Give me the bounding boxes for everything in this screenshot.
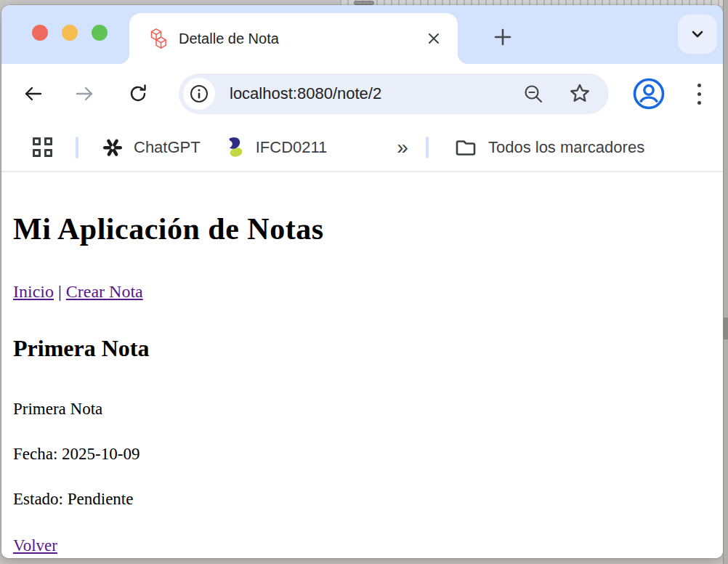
- folder-icon: [453, 136, 477, 159]
- reload-button[interactable]: [122, 78, 154, 110]
- zoom-out-icon: [522, 83, 544, 105]
- close-window-button[interactable]: [32, 25, 48, 41]
- kebab-icon: [697, 84, 701, 105]
- tab-search-button[interactable]: [678, 15, 717, 54]
- profile-button[interactable]: [632, 77, 666, 110]
- bookmarks-overflow-button[interactable]: »: [397, 136, 407, 159]
- tab-close-icon[interactable]: [423, 28, 445, 49]
- back-arrow-icon: [23, 83, 44, 105]
- forward-button[interactable]: [68, 78, 100, 110]
- reload-icon: [127, 83, 149, 105]
- page-nav: Inicio | Crear Nota: [13, 282, 711, 302]
- page-content: Mi Aplicación de Notas Inicio | Crear No…: [1, 172, 723, 558]
- apps-grid-icon: [33, 137, 52, 157]
- tab-title: Detalle de Nota: [179, 31, 423, 47]
- note-heading: Primera Nota: [13, 335, 711, 362]
- url-text[interactable]: localhost:8080/note/2: [230, 84, 520, 103]
- menu-button[interactable]: [684, 77, 713, 110]
- window-controls: [32, 25, 108, 41]
- note-body: Primera Nota: [13, 400, 711, 419]
- apps-shortcut-button[interactable]: [28, 133, 57, 162]
- link-inicio[interactable]: Inicio: [13, 282, 54, 301]
- tab-strip: Detalle de Nota: [1, 5, 723, 64]
- background-right-scrollbar-thumb: [723, 318, 728, 339]
- forward-arrow-icon: [73, 83, 95, 105]
- toolbar: localhost:8080/note/2: [1, 64, 723, 124]
- star-icon: [568, 82, 591, 105]
- background-right-edge: [723, 0, 728, 564]
- bookmarks-bar: ChatGPT IFCD0211 » To: [1, 124, 723, 172]
- ifcd0211-icon: [224, 137, 246, 158]
- note-estado: Estado: Pendiente: [13, 490, 711, 509]
- bookmark-chatgpt[interactable]: ChatGPT: [102, 137, 201, 158]
- site-info-chip[interactable]: [183, 78, 215, 110]
- link-crear-nota[interactable]: Crear Nota: [66, 282, 143, 301]
- browser-window: Detalle de Nota: [1, 5, 723, 558]
- note-fecha: Fecha: 2025-10-09: [13, 445, 711, 464]
- nav-separator: |: [58, 282, 62, 301]
- back-button[interactable]: [17, 78, 49, 110]
- chevron-down-icon: [689, 25, 706, 43]
- laravel-favicon-icon: [145, 28, 167, 49]
- all-bookmarks-button[interactable]: Todos los marcadores: [453, 136, 644, 159]
- chatgpt-icon: [102, 137, 124, 158]
- link-volver[interactable]: Volver: [13, 536, 57, 555]
- page-title: Mi Aplicación de Notas: [13, 212, 711, 246]
- bookmarks-separator: [426, 137, 429, 158]
- bookmark-label: IFCD0211: [256, 138, 328, 157]
- back-link-wrap: Volver: [13, 536, 711, 555]
- new-tab-button[interactable]: [488, 23, 517, 52]
- bookmark-star-button[interactable]: [567, 81, 593, 107]
- all-bookmarks-label: Todos los marcadores: [488, 138, 644, 157]
- zoom-out-button[interactable]: [520, 81, 546, 107]
- minimize-window-button[interactable]: [62, 25, 78, 41]
- address-bar[interactable]: localhost:8080/note/2: [179, 73, 609, 114]
- bookmark-label: ChatGPT: [134, 138, 201, 157]
- bookmark-ifcd0211[interactable]: IFCD0211: [224, 137, 328, 158]
- info-icon: [190, 84, 209, 103]
- bookmarks-separator: [76, 137, 78, 158]
- profile-avatar-icon: [632, 77, 666, 110]
- active-tab[interactable]: Detalle de Nota: [129, 13, 458, 64]
- zoom-window-button[interactable]: [92, 25, 108, 41]
- screen: Detalle de Nota: [0, 0, 728, 564]
